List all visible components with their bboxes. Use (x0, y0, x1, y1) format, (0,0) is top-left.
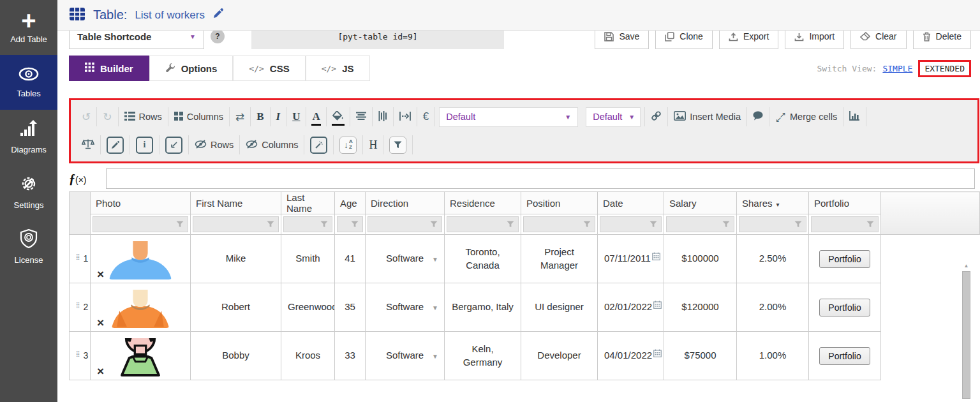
underline-button[interactable]: U (286, 107, 306, 127)
cell-shares[interactable]: 1.00% (737, 332, 809, 380)
column-header-last-name[interactable]: Last Name (281, 192, 335, 214)
cell-date[interactable]: 07/11/2011 (598, 235, 664, 283)
bold-button[interactable]: B (251, 107, 269, 127)
row-number-cell[interactable]: ⣿2 (70, 283, 91, 332)
column-header-shares-sorted[interactable]: Shares▾ (737, 192, 809, 214)
columns-button[interactable]: Columns (168, 107, 229, 127)
column-header-photo[interactable]: Photo (91, 192, 191, 214)
cell-position[interactable]: Project Manager (521, 235, 598, 283)
cell-first-name[interactable]: Robert (191, 283, 281, 332)
column-header-direction[interactable]: Direction (366, 192, 445, 214)
font-size-select[interactable]: Default ▼ (586, 107, 641, 127)
swap-rows-columns-button[interactable]: ⇄ (230, 107, 250, 127)
cell-last-name[interactable]: Greenwood (281, 283, 335, 332)
cell-direction-select[interactable]: Software▼ (366, 332, 445, 380)
cell-residence[interactable]: Bergamo, Italy (445, 283, 521, 332)
cell-residence[interactable]: Toronto, Canada (445, 235, 521, 283)
edit-pencil-icon[interactable] (212, 8, 223, 22)
remove-photo-icon[interactable]: × (97, 368, 104, 375)
column-header-age[interactable]: Age (335, 192, 366, 214)
filter-cell-position[interactable] (521, 214, 598, 235)
filter-cell-photo[interactable] (91, 214, 191, 235)
merge-cells-button[interactable]: ↗ ↙ Merge cells (769, 107, 843, 127)
undo-button[interactable]: ↺ (76, 107, 96, 127)
switch-view-extended-selected[interactable]: EXTENDED (918, 60, 971, 77)
cell-info-button[interactable]: i (130, 135, 159, 155)
cell-direction-select[interactable]: Software▼ (366, 283, 445, 332)
cell-last-name[interactable]: Smith (281, 235, 335, 283)
remove-photo-icon[interactable]: × (97, 271, 104, 278)
remove-photo-icon[interactable]: × (97, 319, 104, 327)
comment-button[interactable] (747, 107, 769, 127)
cell-date[interactable]: 04/01/2022 (598, 332, 664, 380)
sidebar-item-settings[interactable]: Settings (0, 165, 57, 220)
link-button[interactable] (645, 107, 667, 127)
portfolio-button[interactable]: Portfolio (819, 347, 870, 365)
cell-age[interactable]: 35 (335, 283, 366, 332)
cell-position[interactable]: Developer (521, 332, 598, 380)
cell-last-name[interactable]: Kroos (281, 332, 335, 380)
filter-toggle-button[interactable] (383, 135, 412, 155)
filter-cell-age[interactable] (335, 214, 366, 235)
cell-shares[interactable]: 2.50% (737, 235, 809, 283)
tab-options[interactable]: Options (149, 56, 234, 81)
column-header-position[interactable]: Position (521, 192, 598, 214)
redo-button[interactable]: ↻ (97, 107, 117, 127)
sidebar-item-add-table[interactable]: + Add Table (0, 0, 57, 55)
cell-salary[interactable]: $100000 (664, 235, 737, 283)
horizontal-align-button[interactable] (350, 107, 372, 127)
filter-cell-shares[interactable] (737, 214, 809, 235)
tab-builder[interactable]: Builder (69, 56, 149, 81)
rows-button[interactable]: Rows (119, 107, 168, 127)
filter-cell-residence[interactable] (445, 214, 521, 235)
column-header-salary[interactable]: Salary (664, 192, 737, 214)
fill-color-button[interactable] (327, 107, 350, 127)
tab-js[interactable]: </> JS (306, 56, 370, 81)
row-number-cell[interactable]: ⣿1 (70, 235, 91, 283)
photo-cell[interactable]: × (91, 332, 191, 380)
tab-css[interactable]: </> CSS (233, 56, 305, 81)
row-number-cell[interactable]: ⣿3 (70, 332, 91, 380)
photo-cell[interactable]: × (91, 283, 191, 332)
drag-handle-icon[interactable]: ⣿ (76, 350, 80, 358)
cell-shares[interactable]: 2.00% (737, 283, 809, 332)
currency-button[interactable]: € (417, 107, 434, 127)
cell-resize-button[interactable] (160, 135, 188, 155)
italic-button[interactable]: I (271, 107, 286, 127)
column-header-first-name[interactable]: First Name (191, 192, 281, 214)
header-row-button[interactable]: H (363, 135, 383, 155)
edit-cell-button[interactable] (101, 135, 130, 155)
filter-cell-last-name[interactable] (281, 214, 335, 235)
filter-cell-salary[interactable] (664, 214, 737, 235)
column-header-portfolio[interactable]: Portfolio (809, 192, 881, 214)
scroll-up-icon[interactable]: ▲ (961, 262, 972, 270)
portfolio-button[interactable]: Portfolio (819, 299, 870, 316)
vertical-scrollbar[interactable]: ▲ (961, 262, 972, 402)
magic-wand-button[interactable] (304, 135, 333, 155)
drag-handle-icon[interactable]: ⣿ (76, 301, 80, 309)
filter-cell-date[interactable] (598, 214, 664, 235)
cell-salary[interactable]: $75000 (664, 332, 737, 380)
vertical-align-button[interactable] (373, 107, 393, 127)
column-header-residence[interactable]: Residence (445, 192, 521, 214)
drag-handle-icon[interactable]: ⣿ (76, 253, 80, 261)
hide-rows-button[interactable]: Rows (189, 135, 239, 155)
font-family-select[interactable]: Default ▼ (439, 107, 578, 127)
sort-button[interactable]: ↓ AZ (334, 135, 362, 155)
filter-cell-portfolio[interactable] (809, 214, 881, 235)
formula-input[interactable] (106, 168, 976, 189)
help-button[interactable]: ? (211, 29, 225, 43)
text-wrap-button[interactable] (394, 107, 417, 127)
cell-direction-select[interactable]: Software▼ (366, 235, 445, 283)
sidebar-item-diagrams[interactable]: Diagrams (0, 110, 57, 165)
cell-date[interactable]: 02/01/2022 (598, 283, 664, 332)
filter-cell-direction[interactable] (366, 214, 445, 235)
cell-age[interactable]: 41 (335, 235, 366, 283)
insert-chart-button[interactable] (843, 107, 866, 127)
insert-media-button[interactable]: Insert Media (668, 107, 746, 127)
photo-cell[interactable]: × (91, 235, 191, 283)
sidebar-item-license[interactable]: License (0, 220, 57, 274)
cell-age[interactable]: 33 (335, 332, 366, 380)
cell-first-name[interactable]: Mike (191, 235, 281, 283)
cell-salary[interactable]: $120000 (664, 283, 737, 332)
